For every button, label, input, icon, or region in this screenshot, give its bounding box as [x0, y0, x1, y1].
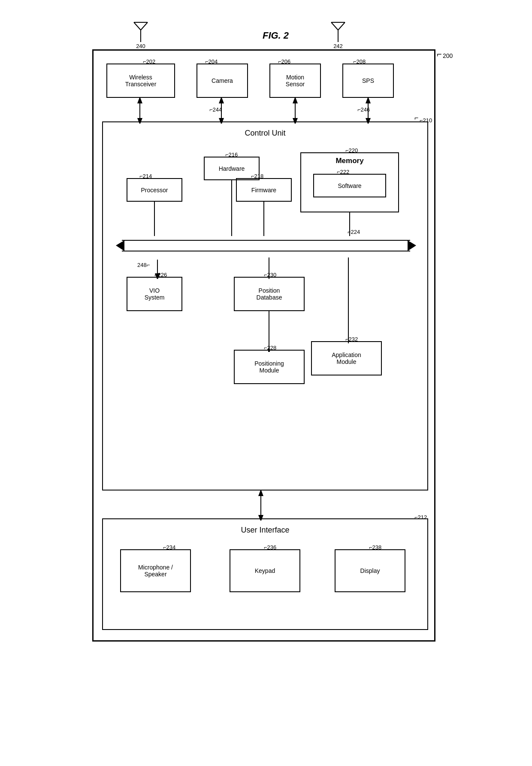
ref-218: ⌐218 [251, 173, 263, 179]
positioning-module-box: Positioning Module [234, 350, 305, 384]
motion-sensor-box: Motion Sensor [269, 64, 321, 98]
ref-228: ⌐228 [264, 345, 276, 351]
line-bus-appmod [348, 257, 349, 343]
arrow-ctrl-ui [254, 490, 267, 521]
antenna-2-ref: 242 [333, 43, 343, 49]
firmware-box: Firmware [236, 178, 292, 202]
wireless-transceiver-box: Wireless Transceiver [106, 64, 175, 98]
application-module-label: Application Module [332, 351, 361, 365]
ref-206: ⌐206 [278, 58, 290, 65]
microphone-speaker-box: Microphone / Speaker [120, 549, 191, 592]
display-label: Display [360, 567, 380, 574]
outer-box: Wireless Transceiver ⌐202 Camera ⌐204 Mo… [92, 49, 435, 642]
firmware-label: Firmware [251, 187, 276, 194]
ref-246: ⌐246 [357, 106, 370, 113]
user-interface-box: User Interface Microphone / Speaker ⌐234… [102, 518, 428, 630]
line-bus-posdb [268, 257, 270, 279]
application-module-box: Application Module [311, 341, 382, 375]
display-box: Display [335, 549, 405, 592]
ref-210: ⌐210 [420, 117, 432, 124]
ref-214: ⌐214 [139, 173, 152, 179]
software-box: Software [313, 174, 386, 197]
ref-222: ⌐222 [337, 169, 349, 175]
ref-216: ⌐216 [225, 151, 238, 158]
ref-230: ⌐230 [264, 272, 276, 278]
software-label: Software [338, 182, 361, 189]
position-database-box: Position Database [234, 277, 305, 311]
microphone-speaker-label: Microphone / Speaker [138, 564, 173, 578]
ref-244: ⌐244 [209, 106, 222, 113]
wireless-transceiver-label: Wireless Transceiver [125, 74, 157, 88]
ref-238: ⌐238 [369, 544, 381, 551]
ref-232: ⌐232 [345, 336, 358, 342]
ref-200-bracket: ⌐ [437, 49, 442, 59]
svg-marker-29 [408, 240, 416, 251]
control-unit-box: Control Unit Hardware ⌐216 Memory ⌐220 S… [102, 121, 428, 490]
arrow-248 [153, 257, 162, 279]
memory-label: Memory [336, 157, 363, 165]
ref-210-bracket: ⌐ [414, 114, 418, 122]
vio-system-box: VIO System [127, 277, 182, 311]
svg-line-5 [331, 22, 338, 30]
ref-236: ⌐236 [264, 544, 276, 551]
antenna-2: 242 [330, 21, 346, 49]
ref-248: 248⌐ [137, 262, 150, 268]
ref-234: ⌐234 [163, 544, 175, 551]
fig-label: FIG. 2 [73, 30, 459, 41]
ref-208: ⌐208 [353, 58, 366, 65]
vio-system-label: VIO System [145, 287, 165, 301]
arrow-wireless [136, 98, 144, 124]
svg-marker-28 [116, 240, 124, 251]
camera-label: Camera [212, 77, 233, 84]
processor-box: Processor [127, 178, 182, 202]
camera-box: Camera [196, 64, 248, 98]
keypad-box: Keypad [230, 549, 300, 592]
line-hardware-bus [231, 180, 233, 236]
svg-line-6 [338, 22, 345, 30]
arrow-motion [291, 98, 299, 124]
ref-200: 200 [443, 52, 453, 59]
line-processor-bus [154, 202, 155, 236]
svg-line-2 [141, 22, 148, 30]
diagram-container: 200 ⌐ 240 242 Wireless Transceiver ⌐202 [73, 17, 459, 41]
line-posdb-posmod [268, 311, 270, 352]
sps-label: SPS [362, 77, 374, 84]
svg-line-1 [134, 22, 141, 30]
keypad-label: Keypad [255, 567, 275, 574]
ref-212: ⌐212 [414, 514, 427, 521]
ref-202: ⌐202 [143, 58, 155, 65]
user-interface-label: User Interface [103, 526, 427, 535]
hardware-label: Hardware [219, 165, 245, 172]
sps-box: SPS [342, 64, 394, 98]
positioning-module-label: Positioning Module [254, 360, 284, 374]
motion-sensor-label: Motion Sensor [286, 74, 305, 88]
line-firmware-bus [263, 202, 265, 236]
antenna-1: 240 [133, 21, 148, 49]
processor-label: Processor [141, 187, 168, 194]
control-unit-label: Control Unit [103, 129, 427, 138]
position-database-label: Position Database [257, 287, 282, 301]
ref-224: ⌐224 [348, 229, 360, 235]
ref-204: ⌐204 [205, 58, 218, 65]
ref-220: ⌐220 [345, 147, 358, 154]
antenna-1-ref: 240 [136, 43, 145, 49]
bus-arrow [116, 234, 416, 257]
